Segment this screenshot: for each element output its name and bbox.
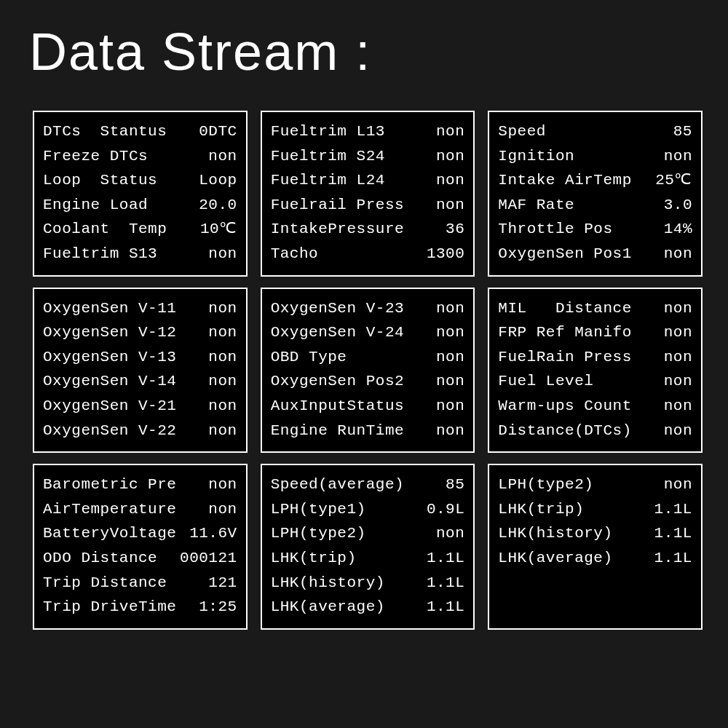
data-label: OxygenSen V-23 [271,296,404,321]
data-value: non [208,345,237,370]
data-value: non [208,369,237,394]
data-label: AuxInputStatus [271,394,404,419]
data-label: LPH(type2) [498,472,593,497]
data-value: Loop [199,168,237,193]
data-label: Fueltrim L24 [271,168,385,193]
data-label: OxygenSen V-13 [43,345,176,370]
data-label: Intake AirTemp [498,168,631,193]
data-value: non [208,144,237,169]
data-value: 11.6V [189,521,237,546]
data-row: Fueltrim L13non [271,119,465,144]
data-label: OxygenSen V-21 [43,394,176,419]
data-panel: MIL Distancenon FRP Ref Manifonon FuelRa… [488,288,703,454]
data-row: Distance(DTCs)non [498,419,692,443]
data-value: non [436,168,464,193]
data-value: non [664,242,692,266]
data-row: Fueltrim L24non [271,168,465,193]
data-value: non [436,369,464,394]
data-row: IntakePressure36 [271,217,465,242]
data-label: OxygenSen V-12 [43,320,176,345]
data-value: 20.0 [199,193,237,218]
data-row: Fuelrail Pressnon [271,193,465,218]
data-value: non [436,296,464,321]
data-panel: LPH(type2)non LHK(trip)1.1L LHK(history)… [488,464,703,630]
data-row: MIL Distancenon [498,296,692,321]
data-value: non [664,419,692,443]
data-value: non [436,419,464,443]
data-label: DTCs Stantus [43,119,167,144]
data-row: Fueltrim S24non [271,144,465,169]
data-value: non [208,472,237,497]
data-value: 1.1L [654,497,692,522]
data-row: OxygenSen V-14non [43,369,237,394]
data-row: Speed85 [498,119,692,144]
data-row: Loop StatusLoop [43,168,237,193]
data-label: OxygenSen Pos1 [498,242,631,266]
data-row: MAF Rate3.0 [498,193,692,218]
data-row: Fuel Levelnon [498,369,692,394]
data-row: Ignitionnon [498,144,692,169]
data-label: Loop Status [43,168,157,193]
data-row: Fueltrim S13non [43,242,237,266]
data-value: 0.9L [427,497,464,522]
data-value: 1.1L [654,546,692,571]
data-row: Intake AirTemp25℃ [498,168,692,193]
data-label: LPH(type1) [271,497,366,522]
data-row: OBD Typenon [271,345,465,370]
data-label: Tacho [271,242,319,266]
data-label: OBD Type [271,345,347,370]
data-value: non [436,521,464,546]
data-row: OxygenSen V-22non [43,419,237,443]
data-value: non [436,144,464,169]
data-label: Fuelrail Press [271,193,404,218]
data-label: LHK(trip) [498,497,584,522]
data-value: 3.0 [664,193,692,218]
data-value: 1.1L [427,571,464,596]
data-value: non [436,394,464,419]
data-panel: Speed(average)85 LPH(type1)0.9L LPH(type… [261,464,475,630]
data-value: 1.1L [427,546,464,571]
data-value: non [208,296,237,321]
data-label: Coolant Temp [43,217,167,242]
data-value: 25℃ [655,168,692,193]
data-value: non [436,320,464,345]
page-title: Data Stream : [29,22,706,82]
data-label: FuelRain Press [498,345,631,370]
data-row: BatteryVoltage11.6V [43,521,237,546]
data-label: LHK(average) [498,546,612,571]
data-label: Speed(average) [271,472,404,497]
data-value: non [208,394,237,419]
data-row: ODO Distance000121 [43,546,237,571]
data-label: Trip DriveTime [43,595,176,620]
data-row: AuxInputStatusnon [271,394,465,419]
data-value: 000121 [180,546,237,571]
data-row: Speed(average)85 [271,472,465,497]
data-label: ODO Distance [43,546,157,571]
data-value: non [436,345,464,370]
data-value: 85 [446,472,464,497]
data-label: FRP Ref Manifo [498,320,631,345]
data-label: Engine RunTime [271,419,404,443]
data-row: LHK(history)1.1L [498,521,692,546]
data-value: 14% [664,217,692,242]
data-row: OxygenSen Pos2non [271,369,465,394]
data-label: OxygenSen V-22 [43,419,176,443]
data-value: non [664,320,692,345]
data-label: LHK(trip) [271,546,357,571]
data-row: LHK(trip)1.1L [498,497,692,522]
data-label: Speed [498,119,546,144]
data-value: 121 [208,571,237,596]
data-value: non [664,394,692,419]
data-label: LHK(history) [498,521,612,546]
data-panel: DTCs Stantus0DTC Freeze DTCsnon Loop Sta… [33,111,248,277]
data-label: LHK(average) [271,595,385,620]
data-row: Warm-ups Countnon [498,394,692,419]
data-label: OxygenSen Pos2 [271,369,404,394]
data-label: Distance(DTCs) [498,419,631,443]
data-label: MIL Distance [498,296,631,321]
data-row: LHK(trip)1.1L [271,546,465,571]
data-panel: Speed85 Ignitionnon Intake AirTemp25℃ MA… [488,111,703,277]
data-row: OxygenSen V-24non [271,320,465,345]
data-label: Ignition [498,144,574,169]
data-row: Trip Distance121 [43,571,237,596]
